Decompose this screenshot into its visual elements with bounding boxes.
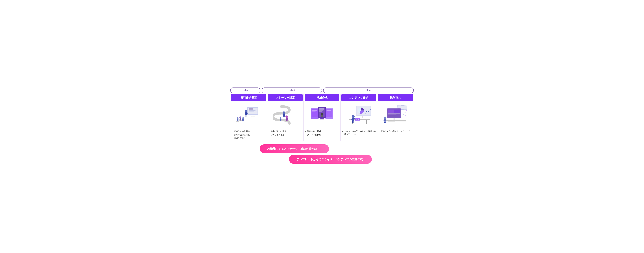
svg-point-22 bbox=[283, 111, 285, 114]
col-shiryo: 資料作成概要 bbox=[230, 94, 267, 141]
what-pill: What bbox=[262, 88, 322, 93]
svg-rect-3 bbox=[248, 110, 256, 111]
bullet-text: メッセージを伝えるための最適の知識やテクニック bbox=[344, 130, 376, 136]
svg-point-92 bbox=[384, 116, 386, 119]
svg-point-17 bbox=[242, 117, 244, 119]
col4-bullets: ・ メッセージを伝えるための最適の知識やテクニック bbox=[342, 130, 376, 136]
svg-rect-23 bbox=[283, 114, 285, 116]
bullet-item: ・ 資料作成を効率化するテクニック bbox=[378, 130, 413, 133]
svg-rect-57 bbox=[362, 116, 363, 118]
ai-banner-1: AI機能によるメッセージ・構成自動作成 bbox=[260, 144, 329, 153]
svg-point-78 bbox=[405, 112, 406, 113]
bullet-dot: ・ bbox=[342, 130, 344, 136]
main-grid: 資料作成概要 bbox=[230, 94, 414, 141]
bullet-dot: ・ bbox=[268, 130, 270, 133]
col-story: ストーリー設定 bbox=[267, 94, 304, 141]
svg-point-54 bbox=[368, 112, 368, 112]
svg-point-15 bbox=[239, 116, 241, 118]
bullet-dot: ・ bbox=[231, 130, 233, 133]
svg-rect-36 bbox=[319, 110, 323, 111]
ai-banner-2: テンプレートからのスライド・コンテンツの自動作成 bbox=[289, 155, 372, 164]
svg-rect-89 bbox=[394, 118, 394, 120]
why-label: Why bbox=[243, 89, 248, 92]
col3-header: 構成作成 bbox=[304, 94, 339, 101]
svg-rect-31 bbox=[312, 110, 317, 111]
svg-point-81 bbox=[404, 114, 404, 115]
svg-rect-47 bbox=[320, 117, 322, 119]
bullet-dot: ・ bbox=[304, 134, 306, 136]
bullet-item: ・ 適切な資料とは bbox=[231, 136, 266, 140]
col5-header-text: 操作Tips bbox=[390, 96, 401, 99]
svg-rect-86 bbox=[394, 110, 400, 113]
bullet-text: 資料作成の重要性 bbox=[234, 130, 250, 133]
bullet-item: ・ 資料作成の重要性 bbox=[231, 130, 266, 133]
banner1-text: AI機能によるメッセージ・構成自動作成 bbox=[267, 147, 317, 150]
svg-point-82 bbox=[405, 115, 406, 116]
svg-rect-72 bbox=[358, 119, 358, 120]
svg-rect-71 bbox=[357, 119, 358, 120]
col2-illustration bbox=[268, 103, 302, 128]
bullet-text: 資料全体の構成 bbox=[307, 130, 321, 133]
col-tips: 操作Tips bbox=[377, 94, 414, 141]
svg-rect-63 bbox=[352, 118, 354, 121]
svg-rect-99 bbox=[392, 121, 395, 122]
svg-point-55 bbox=[369, 110, 370, 110]
banner2-text: テンプレートからのスライド・コンテンツの自動作成 bbox=[296, 158, 363, 161]
svg-rect-97 bbox=[386, 122, 386, 123]
svg-rect-2 bbox=[248, 108, 253, 110]
bullet-text: 資料作成を効率化するテクニック bbox=[381, 130, 410, 133]
bullet-item: ・ 相手の狙いの設定 bbox=[268, 130, 302, 133]
category-what: What bbox=[262, 88, 322, 93]
svg-rect-88 bbox=[388, 114, 396, 115]
category-bar: Why What How bbox=[230, 88, 414, 93]
svg-rect-70 bbox=[356, 119, 356, 120]
why-pill: Why bbox=[230, 88, 260, 93]
svg-rect-27 bbox=[280, 119, 281, 121]
svg-rect-93 bbox=[384, 119, 386, 122]
svg-rect-87 bbox=[388, 113, 400, 114]
svg-rect-66 bbox=[352, 121, 353, 123]
svg-point-79 bbox=[406, 110, 407, 111]
svg-rect-85 bbox=[388, 110, 394, 113]
svg-point-53 bbox=[366, 111, 367, 112]
bullet-text: スライドの構成 bbox=[307, 134, 321, 136]
svg-point-13 bbox=[236, 117, 238, 119]
col5-illustration bbox=[378, 103, 413, 128]
category-why: Why bbox=[230, 88, 260, 93]
banners-area: AI機能によるメッセージ・構成自動作成 テンプレートからのスライド・コンテンツの… bbox=[230, 144, 414, 166]
svg-point-24 bbox=[286, 116, 288, 118]
bullet-item: ・ 資料全体の構成 bbox=[304, 130, 339, 133]
category-how: How bbox=[323, 88, 414, 93]
what-label: What bbox=[289, 89, 295, 92]
svg-rect-90 bbox=[392, 120, 396, 120]
bullet-dot: ・ bbox=[304, 130, 306, 133]
svg-rect-40 bbox=[326, 110, 332, 111]
svg-rect-98 bbox=[388, 121, 392, 122]
svg-point-56 bbox=[370, 109, 371, 109]
svg-rect-19 bbox=[236, 121, 239, 122]
col2-header: ストーリー設定 bbox=[268, 94, 302, 101]
presentation-illustration bbox=[235, 104, 262, 127]
bullet-dot: ・ bbox=[378, 130, 380, 133]
bullet-dot: ・ bbox=[231, 137, 233, 140]
how-label: How bbox=[366, 89, 371, 92]
bullet-text: シナリオの作成 bbox=[270, 134, 284, 136]
composition-illustration bbox=[308, 104, 336, 127]
svg-point-43 bbox=[321, 112, 323, 115]
col3-header-text: 構成作成 bbox=[316, 96, 328, 99]
svg-point-62 bbox=[352, 115, 354, 118]
col4-illustration bbox=[342, 103, 376, 128]
story-illustration bbox=[273, 104, 298, 127]
svg-rect-25 bbox=[286, 118, 288, 121]
svg-rect-21 bbox=[242, 120, 244, 121]
svg-rect-61 bbox=[366, 120, 367, 124]
svg-rect-96 bbox=[384, 122, 385, 123]
svg-rect-35 bbox=[319, 108, 324, 110]
bullet-item: ・ 資料作成の全体像 bbox=[231, 133, 266, 137]
col3-illustration bbox=[304, 103, 339, 128]
svg-point-26 bbox=[280, 117, 281, 119]
bullet-item: ・ シナリオの作成 bbox=[268, 133, 302, 137]
svg-line-10 bbox=[244, 113, 245, 114]
svg-rect-77 bbox=[401, 106, 407, 109]
bullet-dot: ・ bbox=[268, 134, 270, 136]
